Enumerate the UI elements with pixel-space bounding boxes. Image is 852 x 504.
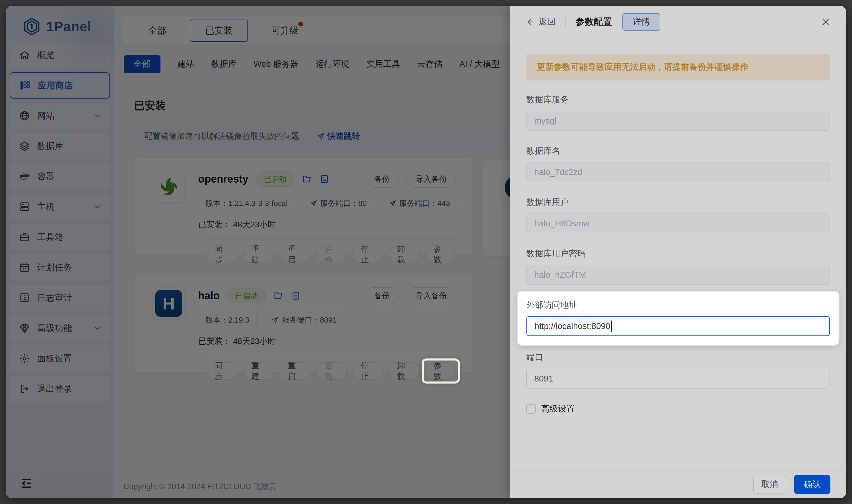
field-label: 数据库服务 bbox=[526, 94, 830, 106]
modal-overlay bbox=[6, 6, 510, 498]
field-label: 外部访问地址 bbox=[526, 299, 830, 311]
checkbox[interactable] bbox=[526, 404, 536, 414]
field-input[interactable]: 8091 bbox=[526, 369, 830, 389]
drawer-header: 返回 参数配置 详情 bbox=[510, 6, 846, 38]
field-label: 端口 bbox=[526, 352, 830, 363]
drawer-title: 参数配置 bbox=[576, 16, 612, 28]
warning-alert: 更新参数可能导致应用无法启动，请提前备份并谨慎操作 bbox=[526, 54, 830, 80]
form-field: 数据库服务 mysql bbox=[526, 94, 830, 131]
form-field: 外部访问地址 http://localhost:8090 bbox=[518, 292, 838, 345]
close-icon[interactable] bbox=[820, 17, 831, 27]
spotlight-ring bbox=[422, 358, 460, 383]
back-arrow-icon bbox=[525, 17, 535, 26]
drawer-body: 更新参数可能导致应用无法启动，请提前备份并谨慎操作 数据库服务 mysql 数据… bbox=[510, 38, 846, 470]
form-field: 端口 8091 bbox=[526, 352, 830, 389]
param-config-drawer: 返回 参数配置 详情 更新参数可能导致应用无法启动，请提前备份并谨慎操作 数据库… bbox=[510, 6, 846, 498]
field-label: 数据库名 bbox=[526, 145, 830, 157]
advanced-settings-toggle[interactable]: 高级设置 bbox=[526, 403, 830, 415]
field-input[interactable]: mysql bbox=[526, 111, 830, 131]
form-field: 数据库用户 halo_H6Dsmw bbox=[526, 197, 830, 233]
field-input[interactable]: http://localhost:8090 bbox=[526, 316, 830, 336]
app-window: 1Panel 概览 应用商店 网站 bbox=[6, 6, 846, 498]
field-label: 数据库用户密码 bbox=[526, 248, 830, 259]
cancel-button[interactable]: 取消 bbox=[753, 475, 786, 494]
field-input[interactable]: halo_nZGfTM bbox=[526, 265, 830, 285]
param-form: 数据库服务 mysql 数据库名 halo_7dc2zd 数据库用户 halo_… bbox=[526, 94, 830, 389]
field-input[interactable]: halo_H6Dsmw bbox=[526, 214, 830, 233]
form-field: 数据库名 halo_7dc2zd bbox=[526, 145, 830, 182]
detail-button[interactable]: 详情 bbox=[622, 13, 660, 31]
text-caret bbox=[611, 321, 612, 331]
field-label: 数据库用户 bbox=[526, 197, 830, 208]
form-field: 数据库用户密码 halo_nZGfTM bbox=[526, 248, 830, 285]
field-input[interactable]: halo_7dc2zd bbox=[526, 162, 830, 182]
confirm-button[interactable]: 确认 bbox=[794, 475, 830, 494]
drawer-footer: 取消 确认 bbox=[510, 470, 846, 498]
back-button[interactable]: 返回 bbox=[525, 16, 555, 28]
